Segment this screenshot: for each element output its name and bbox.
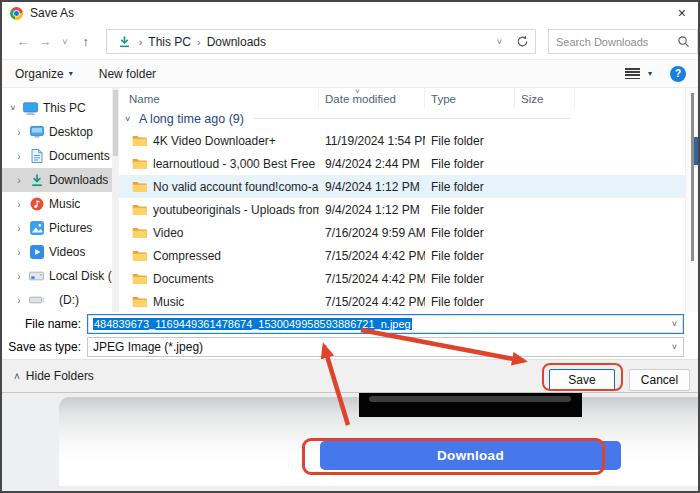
file-name: Music [153, 295, 184, 309]
table-row[interactable]: learnoutloud - 3,000 Best Free Movies on… [119, 152, 698, 175]
search-icon[interactable] [677, 35, 690, 48]
file-date: 7/16/2024 9:59 AM [319, 226, 425, 240]
chevron-right-icon[interactable]: › [13, 247, 25, 258]
table-row[interactable]: No valid account found!como-aprender-...… [119, 175, 698, 198]
organize-label: Organize [15, 67, 64, 81]
organize-button[interactable]: Organize ▾ [15, 67, 73, 81]
table-row[interactable]: Video 7/16/2024 9:59 AM File folder [119, 221, 698, 244]
file-name: learnoutloud - 3,000 Best Free Movies on… [153, 157, 319, 171]
disk-icon [28, 294, 45, 306]
download-icon [28, 173, 45, 187]
address-dropdown-icon[interactable]: ˅ [497, 37, 502, 47]
column-header-type[interactable]: Type [425, 88, 515, 108]
forward-button[interactable]: → [34, 34, 56, 49]
table-row[interactable]: Documents 7/15/2024 4:42 PM File folder [119, 267, 698, 290]
column-header-name[interactable]: Name [119, 88, 319, 108]
chevron-right-icon[interactable]: › [13, 151, 25, 162]
file-type: File folder [425, 180, 515, 194]
scrollbar-thumb[interactable] [113, 90, 118, 156]
file-name: 4K Video Downloader+ [153, 134, 276, 148]
music-icon [28, 197, 45, 211]
chevron-right-icon[interactable]: › [13, 295, 25, 306]
sidebar-item-label: Documents [49, 149, 110, 163]
folder-icon [132, 227, 147, 239]
column-headers: Name ˅Date modified Type Size [119, 88, 698, 108]
sidebar-item-this-pc[interactable]: ˅ This PC [2, 96, 112, 120]
table-row[interactable]: youtubeoriginals - Uploads from YouTub..… [119, 198, 698, 221]
sidebar-item-label: Desktop [49, 125, 93, 139]
file-name: Documents [153, 272, 214, 286]
file-name-value[interactable]: 484839673_1169449361478674_1530049958593… [93, 318, 412, 330]
file-name: Compressed [153, 249, 221, 263]
chevron-down-icon[interactable]: ▾ [648, 69, 652, 78]
chevron-right-icon[interactable]: › [13, 223, 25, 234]
download-location-icon [116, 35, 133, 48]
chevron-up-icon: ˄ [14, 371, 20, 382]
hide-folders-button[interactable]: ˄ Hide Folders [14, 369, 94, 383]
up-button[interactable]: ↑ [74, 34, 98, 49]
sidebar-item-drive-d[interactable]: › (D:) [2, 288, 112, 312]
scrollbar-thumb[interactable] [691, 93, 694, 261]
sidebar-item-desktop[interactable]: › Desktop [2, 120, 112, 144]
search-input[interactable] [556, 36, 677, 48]
cancel-button[interactable]: Cancel [629, 369, 690, 391]
chevron-down-icon[interactable]: ˅ [125, 114, 137, 124]
breadcrumb-item-this-pc[interactable]: This PC [148, 35, 191, 49]
pictures-icon [28, 221, 45, 235]
save-as-type-row: Save as type: JPEG Image (*.jpeg) ˅ [2, 335, 698, 359]
recent-locations-chevron-icon[interactable]: ˅ [56, 37, 74, 47]
refresh-icon[interactable] [516, 35, 529, 48]
save-button[interactable]: Save [549, 369, 615, 391]
sidebar-item-label: This PC [43, 101, 86, 115]
navigation-bar: ← → ˅ ↑ › This PC › Downloads ˅ [2, 24, 698, 60]
file-name-input[interactable]: 484839673_1169449361478674_1530049958593… [87, 314, 684, 334]
sidebar-item-videos[interactable]: › Videos [2, 240, 112, 264]
sidebar-item-pictures[interactable]: › Pictures [2, 216, 112, 240]
folder-icon [132, 250, 147, 262]
download-button[interactable]: Download [320, 441, 621, 470]
file-type: File folder [425, 226, 515, 240]
chevron-right-icon[interactable]: › [13, 199, 25, 210]
folder-icon [132, 273, 147, 285]
sidebar-item-downloads[interactable]: › Downloads [2, 168, 112, 192]
chevron-down-icon[interactable]: ˅ [672, 342, 677, 352]
chevron-right-icon[interactable]: › [13, 127, 25, 138]
chevron-right-icon[interactable]: › [13, 175, 25, 186]
save-as-type-select[interactable]: JPEG Image (*.jpeg) ˅ [87, 337, 684, 357]
save-as-type-label: Save as type: [2, 340, 87, 354]
table-row[interactable]: Music 7/15/2024 4:42 PM File folder [119, 290, 698, 312]
sidebar-item-music[interactable]: › Music [2, 192, 112, 216]
breadcrumb-item-downloads[interactable]: Downloads [207, 35, 266, 49]
chevron-down-icon[interactable]: ˅ [7, 103, 19, 113]
sidebar-item-label: Videos [49, 245, 85, 259]
sidebar-item-label: Music [49, 197, 80, 211]
search-box[interactable] [548, 29, 698, 54]
title-bar: Save As × [2, 2, 698, 24]
breadcrumb[interactable]: › This PC › Downloads ˅ [106, 29, 536, 54]
sidebar-scrollbar[interactable] [112, 88, 119, 312]
table-row[interactable]: 4K Video Downloader+ 11/19/2024 1:54 PM … [119, 129, 698, 152]
view-mode-icon[interactable] [625, 68, 640, 79]
chevron-right-icon[interactable]: › [13, 271, 25, 282]
sidebar-item-documents[interactable]: › Documents [2, 144, 112, 168]
back-button[interactable]: ← [12, 34, 34, 49]
file-name: No valid account found!como-aprender-... [153, 180, 319, 194]
file-date: 9/4/2024 1:12 PM [319, 180, 425, 194]
table-row[interactable]: Compressed 7/15/2024 4:42 PM File folder [119, 244, 698, 267]
file-date: 11/19/2024 1:54 PM [319, 134, 425, 148]
column-header-date-modified[interactable]: ˅Date modified [319, 88, 425, 108]
chevron-down-icon: ▾ [69, 69, 73, 78]
videos-icon [28, 245, 45, 259]
sidebar-item-local-disk-c[interactable]: › Local Disk (C:) [2, 264, 112, 288]
document-icon [28, 149, 45, 163]
close-icon[interactable]: × [678, 3, 686, 23]
group-header[interactable]: ˅ A long time ago (9) [119, 108, 698, 129]
column-header-size[interactable]: Size [515, 88, 575, 108]
chevron-down-icon[interactable]: ˅ [672, 319, 677, 329]
help-button[interactable]: ? [670, 66, 686, 82]
file-type: File folder [425, 249, 515, 263]
file-type: File folder [425, 157, 515, 171]
file-list-scrollbar[interactable] [685, 88, 698, 312]
save-as-dialog-screenshot: Save As × ← → ˅ ↑ › This PC › Downloads … [0, 0, 700, 493]
new-folder-button[interactable]: New folder [99, 67, 156, 81]
